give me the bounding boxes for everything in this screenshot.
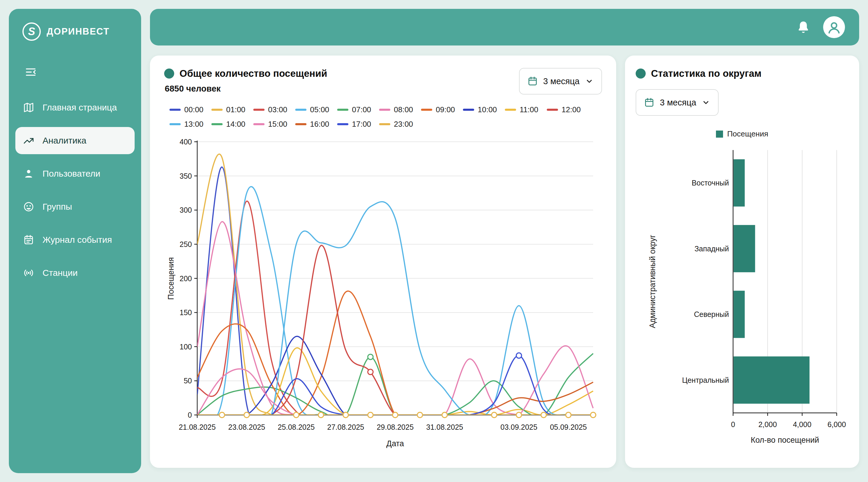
svg-text:21.08.2025: 21.08.2025 <box>179 423 216 431</box>
legend-item-01:00: 01:00 <box>211 105 253 114</box>
groups-icon <box>23 201 34 212</box>
svg-text:Кол-во посещений: Кол-во посещений <box>751 435 819 445</box>
legend-swatch <box>463 109 474 111</box>
legend-swatch <box>505 109 516 111</box>
legend-swatch <box>421 109 432 111</box>
svg-text:31.08.2025: 31.08.2025 <box>426 423 463 431</box>
districts-card-title: Статистика по округам <box>651 68 762 79</box>
visits-card: Общее количество посещений 6850 человек … <box>150 56 616 468</box>
svg-text:Западный: Западный <box>694 245 729 253</box>
calendar-icon <box>527 76 538 87</box>
legend-item-14:00: 14:00 <box>211 120 253 129</box>
sidebar-item-users[interactable]: Пользователи <box>16 160 135 187</box>
calendar-icon <box>644 97 655 108</box>
legend-item-23:00: 23:00 <box>379 120 421 129</box>
logo-text: ДОРИНВЕСТ <box>46 26 110 37</box>
sidebar-item-label: Главная страница <box>42 102 117 113</box>
chevron-down-icon <box>702 98 710 107</box>
legend-swatch <box>716 130 723 138</box>
sidebar-item-label: Пользователи <box>42 169 100 179</box>
legend-swatch <box>253 123 265 125</box>
visits-legend: 00:0001:0003:0005:0007:0008:0009:0010:00… <box>169 105 600 129</box>
legend-swatch <box>169 109 181 111</box>
sidebar-item-stations[interactable]: Станции <box>16 259 135 287</box>
legend-item-12:00: 12:00 <box>547 105 589 114</box>
legend-label: 11:00 <box>520 105 538 114</box>
logo-icon: S <box>23 23 41 41</box>
user-avatar[interactable] <box>823 16 845 38</box>
legend-swatch <box>337 109 348 111</box>
legend-label: 03:00 <box>268 105 287 114</box>
svg-text:50: 50 <box>184 376 192 385</box>
legend-label: 15:00 <box>268 120 287 129</box>
visits-total: 6850 человек <box>165 84 327 94</box>
sidebar-item-events[interactable]: Журнал события <box>16 226 135 253</box>
districts-chart-area: 02,0004,0006,000ВосточныйЗападныйСеверны… <box>636 146 848 450</box>
districts-legend-label: Посещения <box>727 129 768 139</box>
svg-text:05.09.2025: 05.09.2025 <box>550 423 587 431</box>
svg-text:Посещения: Посещения <box>166 257 175 300</box>
districts-card: Статистика по округам 3 месяца Посещения… <box>625 56 859 468</box>
sidebar-item-groups[interactable]: Группы <box>16 193 135 220</box>
sidebar-item-label: Журнал события <box>42 235 112 245</box>
svg-text:25.08.2025: 25.08.2025 <box>278 423 315 431</box>
legend-item-13:00: 13:00 <box>169 120 211 129</box>
card-title-dot <box>164 68 174 79</box>
sidebar-item-label: Станции <box>42 268 78 278</box>
legend-swatch <box>211 109 223 111</box>
legend-swatch <box>169 123 181 125</box>
legend-item-05:00: 05:00 <box>295 105 337 114</box>
svg-text:Восточный: Восточный <box>692 179 729 187</box>
chevron-down-icon <box>585 77 594 86</box>
legend-swatch <box>379 123 390 125</box>
sidebar-item-home[interactable]: Главная страница <box>16 94 135 121</box>
visits-period-value: 3 месяца <box>543 77 580 86</box>
legend-label: 13:00 <box>184 120 204 129</box>
districts-period-value: 3 месяца <box>660 98 696 108</box>
sidebar-item-label: Аналитика <box>42 135 87 146</box>
legend-item-07:00: 07:00 <box>337 105 379 114</box>
sidebar-item-analytics[interactable]: Аналитика <box>16 127 135 154</box>
legend-item-15:00: 15:00 <box>253 120 295 129</box>
svg-text:Административный округ: Административный округ <box>648 235 657 328</box>
legend-label: 23:00 <box>394 120 413 129</box>
svg-text:150: 150 <box>180 308 192 317</box>
legend-label: 07:00 <box>352 105 371 114</box>
legend-label: 14:00 <box>226 120 245 129</box>
visits-period-select[interactable]: 3 месяца <box>519 68 602 94</box>
user-icon <box>826 19 842 35</box>
svg-text:0: 0 <box>731 420 735 428</box>
legend-label: 00:00 <box>184 105 204 114</box>
districts-bar-chart: 02,0004,0006,000ВосточныйЗападныйСеверны… <box>636 146 848 450</box>
notifications-button[interactable] <box>796 20 811 35</box>
legend-item-11:00: 11:00 <box>505 105 547 114</box>
legend-label: 16:00 <box>310 120 329 129</box>
svg-text:03.09.2025: 03.09.2025 <box>500 423 537 431</box>
legend-swatch <box>379 109 390 111</box>
legend-item-16:00: 16:00 <box>295 120 337 129</box>
station-icon <box>23 267 34 278</box>
legend-item-09:00: 09:00 <box>421 105 463 114</box>
map-icon <box>23 102 34 113</box>
sidebar-item-label: Группы <box>42 202 72 212</box>
svg-text:29.08.2025: 29.08.2025 <box>377 423 414 431</box>
visits-card-title: Общее количество посещений <box>180 68 327 79</box>
svg-text:Центральный: Центральный <box>682 376 729 384</box>
svg-text:200: 200 <box>180 274 192 283</box>
legend-label: 08:00 <box>394 105 413 114</box>
svg-text:100: 100 <box>180 342 192 351</box>
card-title-dot <box>636 68 646 79</box>
legend-label: 17:00 <box>352 120 371 129</box>
person-icon <box>23 168 34 179</box>
svg-text:300: 300 <box>180 206 192 214</box>
legend-item-17:00: 17:00 <box>337 120 379 129</box>
svg-text:27.08.2025: 27.08.2025 <box>327 423 364 431</box>
legend-label: 05:00 <box>310 105 329 114</box>
svg-text:6,000: 6,000 <box>828 420 846 428</box>
districts-period-select[interactable]: 3 месяца <box>636 89 719 116</box>
legend-item-00:00: 00:00 <box>169 105 211 114</box>
svg-text:Северный: Северный <box>694 310 729 319</box>
sidebar-collapse-button[interactable] <box>24 66 37 79</box>
sidebar-menu: Главная страницаАналитикаПользователиГру… <box>9 94 141 287</box>
legend-item-03:00: 03:00 <box>253 105 295 114</box>
